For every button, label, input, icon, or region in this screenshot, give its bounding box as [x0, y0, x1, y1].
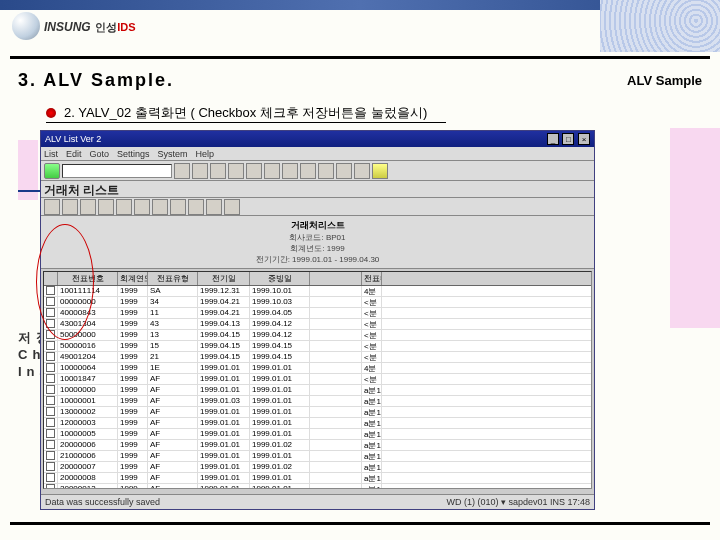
cell: <분 [362, 341, 382, 351]
cell: 10000005 [58, 429, 118, 439]
table-row[interactable]: 200000131999AF1999.01.011999.01.01a분1999… [44, 484, 591, 489]
sort-desc-icon[interactable] [80, 199, 96, 215]
row-checkbox[interactable] [46, 440, 55, 449]
next-page-icon[interactable] [336, 163, 352, 179]
window-titlebar[interactable]: ALV List Ver 2 _ □ × [41, 131, 594, 147]
cell: 1999 [118, 385, 148, 395]
row-checkbox[interactable] [46, 363, 55, 372]
command-field[interactable] [62, 164, 172, 178]
subtotal-icon[interactable] [134, 199, 150, 215]
table-row[interactable]: 200000061999AF1999.01.011999.01.02a분1999… [44, 440, 591, 451]
table-row[interactable]: 1000006419991E1999.01.011999.01.014분 [44, 363, 591, 374]
col-header[interactable]: 전표헤더텍스트 [362, 272, 382, 285]
col-header[interactable] [310, 272, 362, 285]
cell: 1999.01.01 [198, 484, 250, 489]
menu-system[interactable]: System [158, 149, 188, 159]
col-header[interactable]: 전기일 [198, 272, 250, 285]
menu-help[interactable]: Help [196, 149, 215, 159]
find-next-icon[interactable] [282, 163, 298, 179]
print-icon[interactable] [246, 163, 262, 179]
col-header[interactable]: 회계연도 [118, 272, 148, 285]
exit-icon[interactable] [210, 163, 226, 179]
table-row[interactable]: 1001111141999SA1999.12.311999.10.014분 [44, 286, 591, 297]
table-row[interactable]: 500000161999151999.04.151999.04.15<분 [44, 341, 591, 352]
row-checkbox[interactable] [46, 451, 55, 460]
row-checkbox[interactable] [46, 286, 55, 295]
row-checkbox[interactable] [46, 341, 55, 350]
close-button[interactable]: × [578, 133, 590, 145]
cell: 1999.01.01 [198, 407, 250, 417]
table-row[interactable]: 490012041999211999.04.151999.04.15<분 [44, 352, 591, 363]
menu-goto[interactable]: Goto [90, 149, 110, 159]
table-row[interactable]: 400008431999111999.04.211999.04.05<분 [44, 308, 591, 319]
cancel-icon[interactable] [228, 163, 244, 179]
menu-list[interactable]: List [44, 149, 58, 159]
row-checkbox[interactable] [46, 473, 55, 482]
row-checkbox[interactable] [46, 374, 55, 383]
cell: 1999 [118, 462, 148, 472]
table-row[interactable]: 100000011999AF1999.01.031999.01.01a분1999… [44, 396, 591, 407]
row-checkbox[interactable] [46, 297, 55, 306]
cell: 10000064 [58, 363, 118, 373]
find-icon[interactable] [264, 163, 280, 179]
export-icon[interactable] [152, 199, 168, 215]
row-checkbox[interactable] [46, 308, 55, 317]
cell: 1999 [118, 473, 148, 483]
row-checkbox[interactable] [46, 418, 55, 427]
enter-icon[interactable] [44, 163, 60, 179]
row-checkbox[interactable] [46, 407, 55, 416]
cell [310, 440, 362, 450]
status-system: WD (1) (010) ▾ sapdev01 INS 17:48 [446, 497, 590, 507]
table-row[interactable]: 100000001999AF1999.01.011999.01.01a분1999… [44, 385, 591, 396]
row-checkbox[interactable] [46, 330, 55, 339]
cell: 1999 [118, 374, 148, 384]
table-row[interactable]: 130000021999AF1999.01.011999.01.01a분1999… [44, 407, 591, 418]
first-page-icon[interactable] [300, 163, 316, 179]
table-row[interactable]: 500000001999131999.04.151999.04.12<분 [44, 330, 591, 341]
cell [310, 308, 362, 318]
sort-asc-icon[interactable] [62, 199, 78, 215]
details-icon[interactable] [44, 199, 60, 215]
cell: 1999.01.01 [198, 462, 250, 472]
cell: 1999 [118, 363, 148, 373]
cell: 1999.04.13 [198, 319, 250, 329]
cell: 1999.01.01 [250, 429, 310, 439]
row-checkbox[interactable] [46, 319, 55, 328]
layout-icon[interactable] [170, 199, 186, 215]
col-header[interactable]: 증빙일 [250, 272, 310, 285]
alv-grid[interactable]: 전표번호회계연도전표유형전기일증빙일전표헤더텍스트 1001111141999S… [43, 271, 592, 489]
last-page-icon[interactable] [354, 163, 370, 179]
prev-page-icon[interactable] [318, 163, 334, 179]
row-checkbox[interactable] [46, 385, 55, 394]
menu-edit[interactable]: Edit [66, 149, 82, 159]
menu-settings[interactable]: Settings [117, 149, 150, 159]
table-row[interactable]: 100018471999AF1999.01.011999.01.01<분 [44, 374, 591, 385]
table-row[interactable]: 200000071999AF1999.01.011999.01.02a분1999… [44, 462, 591, 473]
menu-bar: ListEditGotoSettingsSystemHelp [41, 147, 594, 161]
save-icon[interactable] [174, 163, 190, 179]
deselect-all-icon[interactable] [206, 199, 222, 215]
row-checkbox[interactable] [46, 429, 55, 438]
table-row[interactable]: 120000031999AF1999.01.011999.01.01a분1999… [44, 418, 591, 429]
maximize-button[interactable]: □ [562, 133, 574, 145]
select-all-icon[interactable] [188, 199, 204, 215]
help-icon[interactable] [372, 163, 388, 179]
row-checkbox[interactable] [46, 462, 55, 471]
table-row[interactable]: 100000051999AF1999.01.011999.01.01a분1999… [44, 429, 591, 440]
table-row[interactable]: 210000061999AF1999.01.011999.01.01a분1999… [44, 451, 591, 462]
cell: 1999.01.01 [250, 418, 310, 428]
back-icon[interactable] [192, 163, 208, 179]
filter-icon[interactable] [98, 199, 114, 215]
graphic-icon[interactable] [224, 199, 240, 215]
row-checkbox[interactable] [46, 484, 55, 489]
table-row[interactable]: 000000001999341999.04.211999.10.03<분 [44, 297, 591, 308]
table-row[interactable]: 200000081999AF1999.01.011999.01.01a분1999… [44, 473, 591, 484]
row-checkbox[interactable] [46, 396, 55, 405]
row-checkbox[interactable] [46, 352, 55, 361]
col-header[interactable]: 전표번호 [58, 272, 118, 285]
sum-icon[interactable] [116, 199, 132, 215]
table-row[interactable]: 430013041999431999.04.131999.04.12<분 [44, 319, 591, 330]
col-header[interactable]: 전표유형 [148, 272, 198, 285]
cell: 20000008 [58, 473, 118, 483]
minimize-button[interactable]: _ [547, 133, 559, 145]
